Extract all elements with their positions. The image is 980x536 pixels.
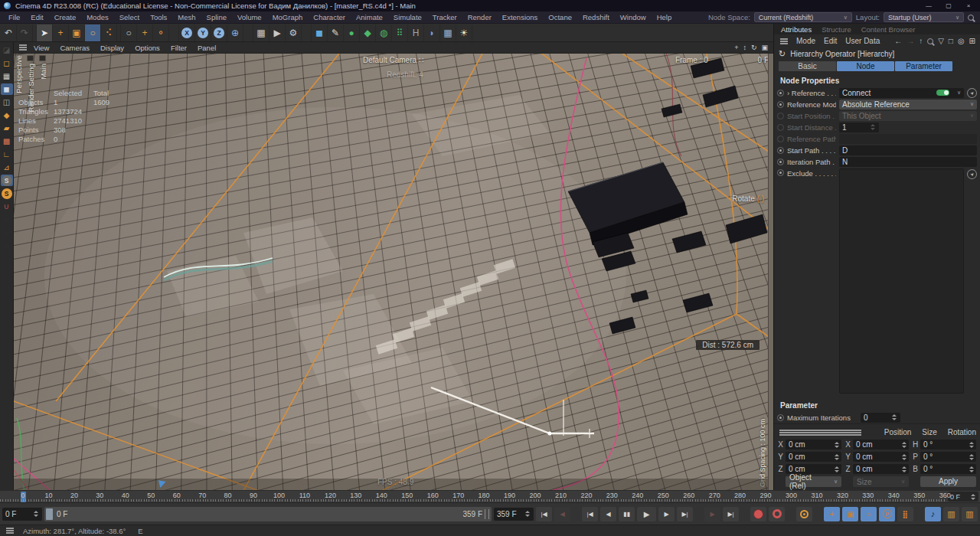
tab-structure[interactable]: Structure bbox=[822, 25, 851, 34]
menu-volume[interactable]: Volume bbox=[232, 13, 267, 21]
make-editable-button[interactable]: ◪ bbox=[1, 44, 13, 56]
stepper[interactable] bbox=[901, 454, 907, 460]
go-to-previous-key-button[interactable]: ◀ bbox=[554, 507, 570, 521]
text-field[interactable]: D bbox=[839, 145, 977, 155]
enable-axis-button[interactable]: ∟ bbox=[1, 149, 13, 160]
go-to-start-button[interactable]: |◀ bbox=[536, 507, 552, 521]
stepper[interactable] bbox=[834, 454, 840, 460]
add-subdivision-surface-button[interactable]: ● bbox=[344, 25, 360, 41]
menu-render[interactable]: Render bbox=[462, 13, 497, 21]
y-axis-lock-button[interactable]: Y bbox=[195, 25, 211, 41]
zoom-view-icon[interactable]: ↕ bbox=[743, 44, 746, 51]
stepper[interactable] bbox=[969, 454, 975, 460]
coord-field-x-1[interactable]: 0 cm bbox=[853, 440, 909, 449]
coordinates-menu-icon[interactable] bbox=[779, 432, 861, 433]
animation-dot[interactable] bbox=[777, 90, 784, 96]
node-space-dropdown[interactable]: Current (Redshift)∨ bbox=[754, 12, 852, 22]
record-rotation-button[interactable]: ○ bbox=[861, 507, 877, 521]
stepper[interactable] bbox=[524, 511, 531, 517]
quantize-toggle-button[interactable]: S bbox=[1, 188, 13, 199]
menu-spline[interactable]: Spline bbox=[201, 13, 232, 21]
coord-field-h-2[interactable]: 0 ° bbox=[920, 440, 976, 449]
points-mode-button[interactable]: ◼ bbox=[1, 83, 13, 95]
current-frame-field[interactable]: 0 F bbox=[2, 508, 42, 521]
solo-single-button[interactable]: ▥ bbox=[962, 507, 978, 521]
render-to-picture-viewer-button[interactable]: ▶ bbox=[270, 25, 286, 41]
coord-field-x-0[interactable]: 0 cm bbox=[786, 440, 841, 449]
go-to-next-frame-button[interactable]: ▶ bbox=[658, 507, 675, 521]
power-slider[interactable]: 0 F 359 F bbox=[44, 507, 492, 521]
stop-button[interactable]: ▮▮ bbox=[619, 507, 635, 521]
coord-field-y-1[interactable]: 0 cm bbox=[853, 452, 909, 462]
play-sound-button[interactable]: ♪ bbox=[925, 507, 941, 521]
reference-mode-dropdown[interactable]: Absolute Reference∨ bbox=[839, 100, 977, 109]
extra-slot-2-button[interactable]: ◌ bbox=[1, 227, 13, 238]
attributes-menu-user-data[interactable]: User Data bbox=[845, 37, 880, 45]
text-field[interactable]: N bbox=[839, 157, 977, 167]
animation-dot[interactable] bbox=[777, 136, 784, 142]
menu-help[interactable]: Help bbox=[652, 13, 678, 21]
range-end-field[interactable]: 359 F bbox=[494, 508, 534, 521]
snap-toggle-button[interactable]: S bbox=[1, 175, 13, 186]
add-cloner-button[interactable]: ⠿ bbox=[392, 25, 408, 41]
viewport-menu-filter[interactable]: Filter bbox=[165, 44, 192, 52]
scale-tool-button[interactable]: ▣ bbox=[69, 25, 85, 41]
go-to-last-frame-button[interactable]: ▶| bbox=[723, 507, 739, 521]
record-keyframe-button[interactable] bbox=[750, 507, 766, 521]
autokeying-button[interactable] bbox=[769, 507, 785, 521]
menu-tools[interactable]: Tools bbox=[145, 13, 172, 21]
stepper[interactable] bbox=[901, 442, 907, 448]
coord-field-p-2[interactable]: 0 ° bbox=[920, 452, 976, 462]
value-spinner[interactable]: 1 bbox=[839, 123, 879, 132]
lock-icon[interactable]: □ bbox=[949, 37, 953, 45]
attributes-menu-mode[interactable]: Mode bbox=[796, 37, 815, 45]
stepper[interactable] bbox=[969, 466, 975, 472]
exclude-list[interactable] bbox=[839, 168, 964, 394]
move-tool-button[interactable]: + bbox=[53, 25, 69, 41]
max-iterations-field[interactable]: 0 bbox=[861, 413, 900, 423]
mode-tab-parameter[interactable]: Parameter bbox=[895, 61, 952, 71]
new-panel-icon[interactable]: ⊞ bbox=[969, 37, 975, 45]
connect-toggle[interactable] bbox=[936, 90, 949, 96]
viewport-canvas[interactable]: Perspective Render Setting Main Selected… bbox=[14, 54, 773, 490]
filter-icon[interactable]: ▽ bbox=[938, 37, 944, 45]
viewport-menu-icon[interactable] bbox=[19, 47, 27, 48]
animation-dot[interactable] bbox=[777, 159, 784, 165]
mode-tab-node[interactable]: Node bbox=[837, 61, 894, 71]
animation-dot[interactable] bbox=[777, 169, 784, 176]
attributes-menu-edit[interactable]: Edit bbox=[824, 37, 837, 45]
mode-tab-basic[interactable]: Basic bbox=[779, 61, 836, 71]
add-point-tool-button[interactable]: + bbox=[137, 25, 153, 41]
coordinate-system-button[interactable]: ⊕ bbox=[227, 25, 243, 41]
coord-field-z-1[interactable]: 0 cm bbox=[853, 464, 909, 474]
coordinate-mode-dropdown[interactable]: Object (Rel)∨ bbox=[786, 476, 841, 487]
menu-select[interactable]: Select bbox=[114, 13, 145, 21]
menu-extensions[interactable]: Extensions bbox=[497, 13, 543, 21]
search-icon[interactable] bbox=[927, 38, 933, 44]
history-back-icon[interactable]: ← bbox=[894, 37, 902, 45]
menu-simulate[interactable]: Simulate bbox=[388, 13, 427, 21]
add-cube-button[interactable]: ◼ bbox=[312, 25, 328, 41]
play-forwards-button[interactable]: ▶ bbox=[637, 507, 656, 521]
status-menu-icon[interactable] bbox=[6, 530, 14, 531]
stepper[interactable] bbox=[970, 494, 976, 500]
menu-octane[interactable]: Octane bbox=[543, 13, 577, 21]
menu-redshift[interactable]: Redshift bbox=[577, 13, 615, 21]
viewport-menu-options[interactable]: Options bbox=[129, 44, 165, 52]
edges-mode-button[interactable]: ◫ bbox=[1, 96, 13, 108]
add-volume-button[interactable]: ◆ bbox=[360, 25, 376, 41]
undo-button[interactable]: ↶ bbox=[1, 25, 17, 41]
play-backwards-button[interactable]: ◀ bbox=[600, 507, 616, 521]
attributes-menu-icon[interactable] bbox=[780, 41, 788, 42]
parent-up-icon[interactable]: ↑ bbox=[919, 37, 923, 45]
maximize-button[interactable]: ▢ bbox=[939, 0, 959, 11]
range-grip[interactable] bbox=[485, 509, 489, 519]
minimize-button[interactable]: — bbox=[919, 0, 939, 11]
menu-animate[interactable]: Animate bbox=[351, 13, 388, 21]
solo-off-button[interactable]: ▥ bbox=[943, 507, 959, 521]
animation-dot[interactable] bbox=[777, 414, 784, 421]
layout-dropdown[interactable]: Startup (User)∨ bbox=[884, 12, 964, 22]
ring-tool-button[interactable]: ○ bbox=[121, 25, 137, 41]
redo-button[interactable]: ↷ bbox=[17, 25, 33, 41]
add-camera-button[interactable]: ▦ bbox=[440, 25, 456, 41]
